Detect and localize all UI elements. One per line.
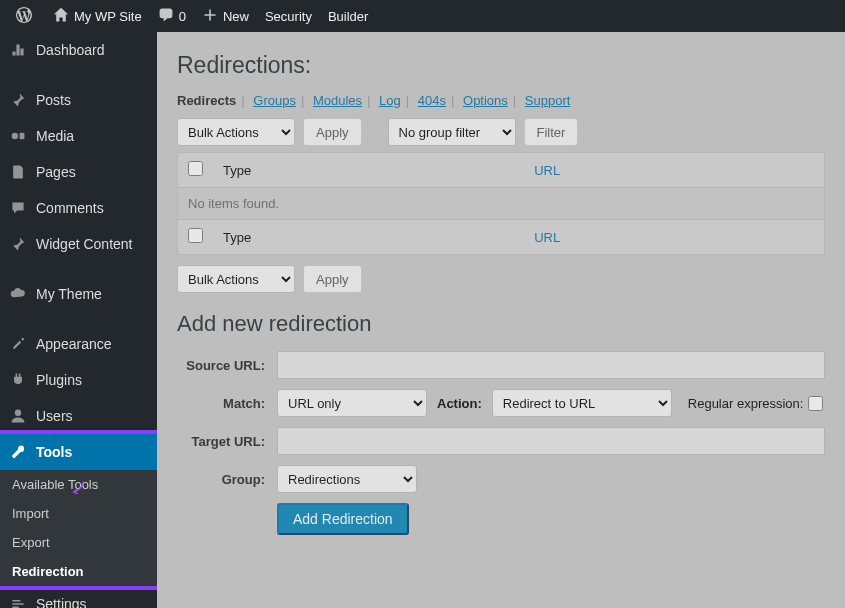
tab-support[interactable]: Support [525,93,571,108]
wrench-icon [8,442,28,462]
security-link[interactable]: Security [257,0,320,32]
pin-icon [8,234,28,254]
home-icon [53,7,69,26]
select-all-top[interactable] [188,161,203,176]
sidebar-item-plugins[interactable]: Plugins [0,362,157,398]
sidebar-item-comments[interactable]: Comments [0,190,157,226]
sliders-icon [8,594,28,608]
site-link[interactable]: My WP Site [45,0,150,32]
bulk-actions-select-bottom[interactable]: Bulk Actions [177,265,295,293]
match-select[interactable]: URL only [277,389,427,417]
tab-options[interactable]: Options [463,93,508,108]
source-url-label: Source URL: [177,358,277,373]
comment-icon [8,198,28,218]
col-type[interactable]: Type [213,153,524,188]
select-all-bottom[interactable] [188,228,203,243]
submenu-redirection[interactable]: Redirection [0,557,157,586]
sidebar-item-appearance[interactable]: Appearance [0,326,157,362]
group-label: Group: [177,472,277,487]
action-select[interactable]: Redirect to URL [492,389,672,417]
apply-button[interactable]: Apply [303,118,362,146]
empty-message: No items found. [178,188,825,220]
media-icon [8,126,28,146]
plug-icon [8,370,28,390]
sidebar-item-media[interactable]: Media [0,118,157,154]
dashboard-icon [8,40,28,60]
tab-groups[interactable]: Groups [253,93,296,108]
sidebar-item-tools[interactable]: Tools [0,434,157,470]
page-icon [8,162,28,182]
brush-icon [8,334,28,354]
svg-point-0 [12,133,18,139]
comment-icon [158,7,174,26]
tools-highlight: Tools Available Tools Import Export Redi… [0,434,157,586]
col-url[interactable]: URL [524,153,824,188]
add-redirect-heading: Add new redirection [177,311,825,337]
sidebar-item-pages[interactable]: Pages [0,154,157,190]
tab-redirects[interactable]: Redirects [177,93,236,108]
admin-toolbar: My WP Site 0 New Security Builder [0,0,845,32]
source-url-input[interactable] [277,351,825,379]
site-name: My WP Site [74,9,142,24]
sidebar-item-settings[interactable]: Settings [0,586,157,608]
match-label: Match: [177,396,277,411]
target-url-input[interactable] [277,427,825,455]
sidebar-item-mytheme[interactable]: My Theme [0,276,157,312]
filter-button[interactable]: Filter [524,118,579,146]
comments-link[interactable]: 0 [150,0,194,32]
pin-icon [8,90,28,110]
tab-log[interactable]: Log [379,93,401,108]
subnav-tabs: Redirects| Groups| Modules| Log| 404s| O… [177,93,825,108]
wordpress-icon [16,7,32,26]
plus-icon [202,7,218,26]
submenu-import[interactable]: Import [0,499,157,528]
apply-button-bottom[interactable]: Apply [303,265,362,293]
target-url-label: Target URL: [177,434,277,449]
builder-link[interactable]: Builder [320,0,376,32]
regex-label: Regular expression: [688,396,804,411]
add-redirection-button[interactable]: Add Redirection [277,503,409,535]
sidebar-item-posts[interactable]: Posts [0,82,157,118]
page-title: Redirections: [177,52,825,79]
action-label: Action: [437,396,482,411]
tab-modules[interactable]: Modules [313,93,362,108]
main-content: Redirections: Redirects| Groups| Modules… [157,32,845,608]
comment-count: 0 [179,9,186,24]
sidebar-item-users[interactable]: Users [0,398,157,434]
sidebar-item-widget[interactable]: Widget Content [0,226,157,262]
admin-sidebar: Dashboard Posts Media Pages Comments Wid… [0,32,157,608]
tab-404s[interactable]: 404s [418,93,446,108]
sidebar-item-dashboard[interactable]: Dashboard [0,32,157,68]
submenu-export[interactable]: Export [0,528,157,557]
submenu-available-tools[interactable]: Available Tools [0,470,157,499]
new-link[interactable]: New [194,0,257,32]
cloud-icon [8,284,28,304]
redirects-table: Type URL No items found. Type URL [177,152,825,255]
wp-logo[interactable] [8,0,45,32]
bulk-actions-select[interactable]: Bulk Actions [177,118,295,146]
user-icon [8,406,28,426]
group-select[interactable]: Redirections [277,465,417,493]
tools-submenu: Available Tools Import Export Redirectio… [0,470,157,586]
svg-point-1 [15,410,21,416]
regex-checkbox[interactable] [808,396,823,411]
group-filter-select[interactable]: No group filter [388,118,516,146]
